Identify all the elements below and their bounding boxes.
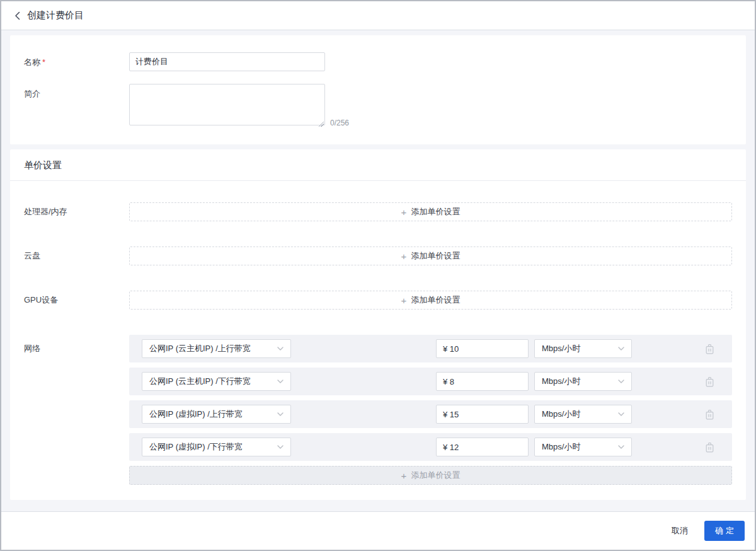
name-label: 名称*: [24, 52, 129, 71]
chevron-down-icon: [618, 347, 624, 351]
network-price-row: 公网IP (云主机IP) /上行带宽 Mbps/小时: [129, 335, 732, 362]
add-button-label: 添加单价设置: [411, 470, 460, 481]
cpu-memory-label: 处理器/内存: [24, 202, 129, 221]
intro-form-row: 简介 0/256: [24, 84, 732, 128]
trash-icon: [705, 344, 714, 354]
chevron-down-icon: [277, 412, 284, 416]
chevron-down-icon: [618, 380, 624, 383]
add-button-label: 添加单价设置: [411, 206, 460, 218]
unit-select[interactable]: Mbps/小时: [534, 438, 632, 456]
bandwidth-type-select[interactable]: 公网IP (云主机IP) /上行带宽: [142, 339, 291, 358]
network-price-row: 公网IP (虚拟IP) /下行带宽 Mbps/小时: [129, 433, 732, 461]
bandwidth-type-value: 公网IP (虚拟IP) /上行带宽: [149, 409, 243, 420]
unit-price-card: 单价设置 处理器/内存 + 添加单价设置 云盘 + 添加单价设置: [10, 149, 746, 500]
bandwidth-type-select[interactable]: 公网IP (虚拟IP) /上行带宽: [142, 405, 291, 424]
unit-value: Mbps/小时: [542, 409, 580, 420]
price-input[interactable]: [436, 405, 529, 424]
intro-label: 简介: [24, 84, 129, 128]
back-icon[interactable]: [14, 11, 20, 20]
name-form-row: 名称*: [24, 52, 732, 71]
price-row-network: 网络 公网IP (云主机IP) /上行带宽 Mbps/小时: [24, 335, 732, 485]
resize-grip-icon[interactable]: [318, 121, 324, 127]
plus-icon: +: [401, 207, 407, 217]
trash-icon: [705, 409, 714, 420]
unit-value: Mbps/小时: [542, 376, 580, 387]
add-unit-price-button-cpu-memory[interactable]: + 添加单价设置: [129, 202, 732, 221]
intro-textarea-wrap: [129, 84, 325, 128]
chevron-down-icon: [618, 445, 624, 449]
unit-select[interactable]: Mbps/小时: [534, 372, 632, 391]
create-pricing-page: 创建计费价目 名称* 简介 0/256 单价设置: [1, 1, 755, 550]
char-counter: 0/256: [330, 119, 349, 127]
main-content: 名称* 简介 0/256 单价设置 处理器/内存: [1, 30, 755, 511]
cancel-button[interactable]: 取消: [672, 525, 688, 536]
chevron-down-icon: [277, 380, 284, 383]
bandwidth-type-select[interactable]: 公网IP (虚拟IP) /下行带宽: [142, 438, 291, 456]
add-unit-price-button-network[interactable]: + 添加单价设置: [129, 466, 732, 485]
delete-row-button[interactable]: [705, 442, 714, 453]
price-row-gpu: GPU设备 + 添加单价设置: [24, 291, 732, 310]
action-footer: 取消 确定: [1, 511, 755, 550]
page-title: 创建计费价目: [27, 9, 84, 21]
section-body: 处理器/内存 + 添加单价设置 云盘 + 添加单价设置 GPU设: [10, 181, 746, 485]
chevron-down-icon: [277, 445, 284, 449]
add-button-label: 添加单价设置: [411, 294, 460, 306]
bandwidth-type-value: 公网IP (云主机IP) /下行带宽: [149, 376, 251, 387]
gpu-label: GPU设备: [24, 291, 129, 310]
delete-row-button[interactable]: [705, 409, 714, 420]
bandwidth-type-select[interactable]: 公网IP (云主机IP) /下行带宽: [142, 372, 291, 391]
plus-icon: +: [401, 296, 407, 305]
plus-icon: +: [401, 471, 407, 480]
trash-icon: [705, 376, 714, 387]
price-row-cpu-memory: 处理器/内存 + 添加单价设置: [24, 202, 732, 221]
network-price-row: 公网IP (虚拟IP) /上行带宽 Mbps/小时: [129, 400, 732, 428]
trash-icon: [705, 442, 714, 453]
name-label-text: 名称: [24, 57, 40, 67]
unit-value: Mbps/小时: [542, 441, 580, 453]
delete-row-button[interactable]: [705, 344, 714, 354]
confirm-button[interactable]: 确定: [704, 521, 745, 541]
network-price-row: 公网IP (云主机IP) /下行带宽 Mbps/小时: [129, 368, 732, 395]
section-title: 单价设置: [10, 149, 746, 181]
basic-info-card: 名称* 简介 0/256: [10, 35, 746, 144]
unit-select[interactable]: Mbps/小时: [534, 339, 632, 358]
unit-value: Mbps/小时: [542, 343, 580, 354]
name-input[interactable]: [129, 52, 325, 71]
price-input[interactable]: [436, 438, 529, 456]
add-unit-price-button-cloud-disk[interactable]: + 添加单价设置: [129, 246, 732, 265]
network-label: 网络: [24, 335, 129, 485]
add-unit-price-button-gpu[interactable]: + 添加单价设置: [129, 291, 732, 310]
price-row-cloud-disk: 云盘 + 添加单价设置: [24, 246, 732, 265]
network-rows: 公网IP (云主机IP) /上行带宽 Mbps/小时: [129, 335, 732, 485]
plus-icon: +: [401, 252, 407, 261]
bandwidth-type-value: 公网IP (虚拟IP) /下行带宽: [149, 441, 243, 453]
cloud-disk-label: 云盘: [24, 246, 129, 265]
unit-select[interactable]: Mbps/小时: [534, 405, 632, 424]
bandwidth-type-value: 公网IP (云主机IP) /上行带宽: [149, 343, 251, 354]
price-input[interactable]: [436, 372, 529, 391]
add-button-label: 添加单价设置: [411, 250, 460, 262]
delete-row-button[interactable]: [705, 376, 714, 387]
page-header: 创建计费价目: [1, 1, 755, 30]
price-input[interactable]: [436, 339, 529, 358]
required-asterisk: *: [42, 57, 45, 67]
chevron-down-icon: [618, 412, 624, 416]
chevron-down-icon: [277, 347, 284, 351]
intro-textarea[interactable]: [129, 84, 325, 125]
